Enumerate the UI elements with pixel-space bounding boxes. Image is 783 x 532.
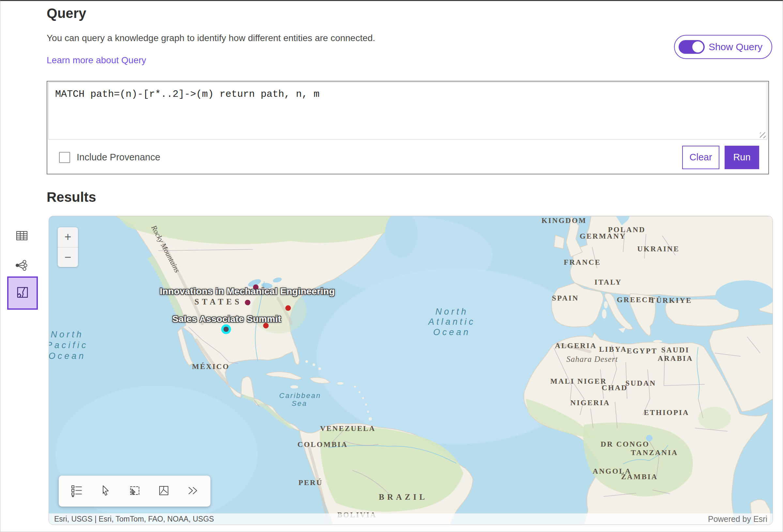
- map-label: ARABIA: [658, 354, 693, 363]
- map-label: Atlantic: [428, 317, 476, 327]
- results-title: Results: [46, 189, 96, 205]
- clear-button[interactable]: Clear: [682, 146, 719, 169]
- double-chevron-right-icon: [186, 485, 199, 497]
- zoom-in-button[interactable]: +: [58, 227, 78, 247]
- select-polygon-icon: [157, 484, 170, 498]
- toggle-knob: [692, 41, 703, 53]
- map-label: North: [435, 307, 468, 317]
- map-label: VENEZUELA: [320, 425, 376, 433]
- map-label: ZAMBIA: [621, 473, 658, 481]
- link-chart-icon: [15, 267, 28, 272]
- resize-grip-icon[interactable]: [760, 132, 766, 138]
- sidebar-item-map-view-selected[interactable]: [7, 276, 38, 310]
- toggle-switch-on[interactable]: [679, 40, 705, 54]
- result-point[interactable]: [245, 300, 251, 305]
- map-icon: [15, 285, 30, 301]
- show-query-toggle[interactable]: Show Query: [674, 35, 772, 59]
- map-label: EGYPT: [627, 347, 657, 355]
- query-page: Query You can query a knowledge graph to…: [0, 0, 783, 532]
- map-label: MÉXICO: [192, 363, 229, 371]
- legend-list-button[interactable]: [67, 482, 86, 500]
- results-map[interactable]: Innovations in Mechanical EngineeringSal…: [49, 216, 773, 525]
- map-attribution: Esri, USGS | Esri, TomTom, FAO, NOAA, US…: [49, 513, 773, 525]
- legend-list-icon: [70, 484, 83, 498]
- include-provenance-label: Include Provenance: [77, 152, 160, 163]
- page-description: You can query a knowledge graph to ident…: [46, 33, 375, 43]
- map-label: DR CONGO: [601, 440, 650, 448]
- sidebar-item-link-chart-view[interactable]: [11, 257, 32, 275]
- map-label: PERÚ: [299, 478, 323, 487]
- map-label: BRAZIL: [379, 493, 428, 502]
- map-label: SAUDI: [661, 346, 690, 354]
- map-label: Ocean: [49, 351, 86, 361]
- map-zoom-control: + −: [58, 227, 78, 267]
- map-label: Pacific: [49, 340, 88, 351]
- include-provenance-checkbox[interactable]: [59, 152, 70, 163]
- query-panel: MATCH path=(n)-[r*..2]->(m) return path,…: [46, 81, 769, 174]
- cursor-icon: [100, 485, 112, 497]
- result-feature-label: Innovations in Mechanical Engineering: [160, 286, 335, 297]
- query-input[interactable]: MATCH path=(n)-[r*..2]->(m) return path,…: [48, 82, 768, 139]
- map-label: NIGERIA: [570, 399, 610, 407]
- toggle-label: Show Query: [709, 41, 762, 53]
- map-label: Sea: [292, 399, 307, 408]
- map-label: COLOMBIA: [297, 440, 348, 449]
- attribution-sources: Esri, USGS | Esri, TomTom, FAO, NOAA, US…: [54, 515, 214, 524]
- map-label: UKRAINE: [637, 245, 680, 253]
- map-label: CHAD: [602, 384, 628, 392]
- map-label: ALGERIA: [555, 342, 597, 350]
- table-icon: [15, 238, 28, 242]
- map-label: TANZANIA: [631, 448, 678, 457]
- map-label: North: [51, 330, 84, 340]
- map-label: MALI: [551, 377, 575, 386]
- result-point[interactable]: [285, 305, 291, 311]
- pointer-tool-button[interactable]: [97, 482, 115, 500]
- toolbar-expand-button[interactable]: [184, 482, 202, 500]
- map-label: KINGDOM: [541, 217, 587, 225]
- map-label: LIBYA: [599, 345, 627, 354]
- map-label: TÜRKIYE: [650, 296, 692, 305]
- map-toolbar: [59, 476, 211, 506]
- select-rectangle-icon: [128, 484, 141, 498]
- map-label: Ocean: [433, 327, 471, 337]
- select-rectangle-button[interactable]: [126, 482, 144, 500]
- map-label: Caribbean: [279, 392, 321, 400]
- powered-by-esri: Powered by Esri: [708, 514, 768, 524]
- learn-more-link[interactable]: Learn more about Query: [46, 55, 146, 66]
- zoom-out-button[interactable]: −: [58, 247, 78, 267]
- map-label: SUDAN: [625, 379, 656, 388]
- map-label: ETHIOPIA: [644, 408, 689, 417]
- map-label: GERMANY: [580, 232, 626, 240]
- query-panel-footer: Include Provenance Clear Run: [47, 141, 768, 174]
- select-polygon-button[interactable]: [155, 482, 173, 500]
- map-label: STATES: [194, 297, 242, 306]
- map-label: ITALY: [594, 278, 622, 287]
- map-label: FRANCE: [564, 258, 601, 267]
- page-title: Query: [46, 5, 86, 21]
- run-button[interactable]: Run: [725, 146, 759, 169]
- map-label: GREECE: [617, 296, 654, 304]
- result-feature-label: Sales Associate Summit: [172, 314, 281, 324]
- result-point-selected[interactable]: [223, 327, 229, 332]
- sidebar-item-table-view[interactable]: [11, 227, 32, 245]
- map-label: SPAIN: [552, 294, 579, 302]
- map-label: Sahara Desert: [566, 355, 618, 364]
